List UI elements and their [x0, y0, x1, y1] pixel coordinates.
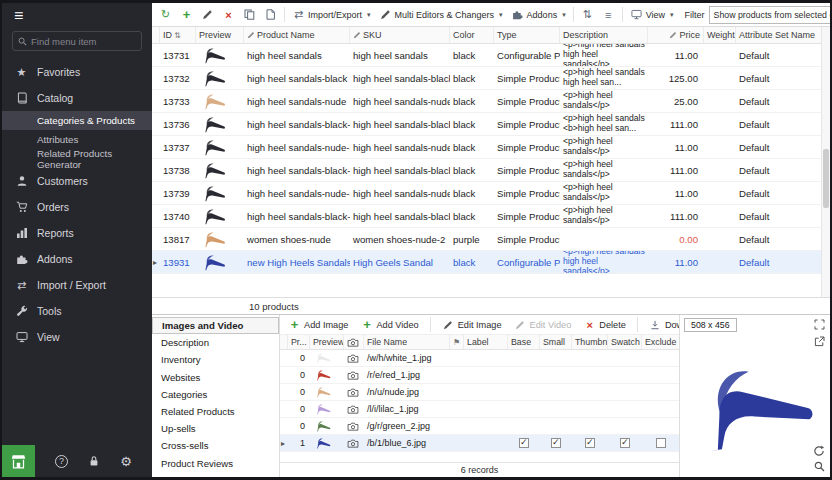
add-image-button[interactable]: +Add Image — [285, 316, 351, 334]
detail-tab[interactable]: Cross-sells — [152, 437, 279, 454]
thumbnail-checkbox[interactable] — [585, 421, 595, 431]
detail-tab[interactable]: Websites — [152, 369, 279, 386]
thumbnail-checkbox[interactable] — [585, 353, 595, 363]
product-row[interactable]: 13738 high heel sandals-black-37 high he… — [152, 159, 821, 182]
column-header-label[interactable]: Label — [464, 335, 508, 349]
column-header-base[interactable]: Base — [508, 335, 540, 349]
fullscreen-icon[interactable] — [814, 319, 825, 330]
delete-product-button[interactable]: × — [219, 6, 238, 24]
detail-tab[interactable]: Description — [152, 334, 279, 351]
detail-tab[interactable]: Images and Video — [152, 317, 279, 334]
product-row[interactable]: 13737 high heel sandals-nude-36 high hee… — [152, 136, 821, 159]
column-header-flag[interactable]: ⚑ — [450, 335, 464, 349]
column-header-product-name[interactable]: Product Name — [244, 27, 350, 43]
image-row[interactable]: 0 /r/e/red_1.jpg — [280, 367, 679, 384]
sidebar-item-reports[interactable]: Reports — [2, 220, 152, 246]
base-checkbox[interactable] — [519, 404, 529, 414]
exclude-checkbox[interactable] — [656, 438, 666, 448]
column-header-priority[interactable]: Pr... — [288, 335, 310, 349]
rotate-icon[interactable] — [813, 443, 825, 455]
menu-search-input[interactable] — [31, 36, 136, 47]
sidebar-item-tools[interactable]: Tools — [2, 298, 152, 324]
column-header-preview[interactable]: Preview — [310, 335, 344, 349]
thumbnail-checkbox[interactable] — [585, 404, 595, 414]
list-button[interactable]: ≡ — [599, 6, 618, 24]
multi-editors-dropdown[interactable]: Multi Editors & Changers — [376, 6, 506, 24]
thumbnail-checkbox[interactable] — [585, 387, 595, 397]
filter-select[interactable]: Show products from selected categories — [709, 6, 830, 24]
column-header-thumbnail[interactable]: Thumbna — [572, 335, 608, 349]
add-product-button[interactable]: + — [177, 6, 196, 24]
column-header-small[interactable]: Small — [540, 335, 572, 349]
detail-tab[interactable]: Related Products — [152, 403, 279, 420]
sidebar-subitem[interactable]: Related Products Generator — [2, 149, 152, 168]
edit-image-button[interactable]: Edit Image — [439, 316, 505, 334]
product-row[interactable]: 13732 high heel sandals-black high heel … — [152, 67, 821, 90]
sidebar-subitem[interactable]: Attributes — [2, 130, 152, 149]
base-checkbox[interactable] — [519, 353, 529, 363]
detail-tab[interactable]: Inventory — [152, 351, 279, 368]
sidebar-item-import-export[interactable]: ⇄Import / Export — [2, 272, 152, 298]
small-checkbox[interactable] — [551, 370, 561, 380]
view-dropdown[interactable]: View — [627, 6, 677, 24]
swatch-checkbox[interactable] — [620, 387, 630, 397]
detail-tab[interactable]: Product Reviews — [152, 455, 279, 472]
sidebar-item-orders[interactable]: Orders — [2, 194, 152, 220]
store-button[interactable] — [2, 445, 35, 477]
swatch-checkbox[interactable] — [620, 404, 630, 414]
image-row[interactable]: ▸ 1 /b/1/blue_6.jpg — [280, 435, 679, 452]
sidebar-item-addons[interactable]: Addons — [2, 246, 152, 272]
base-checkbox[interactable] — [519, 370, 529, 380]
column-header-exclude[interactable]: Exclude — [642, 335, 679, 349]
column-header-swatch[interactable]: Swatch — [608, 335, 642, 349]
gear-icon[interactable]: ⚙ — [120, 454, 132, 469]
delete-image-button[interactable]: ×Delete — [580, 316, 629, 334]
menu-toggle-button[interactable]: ≡ — [2, 3, 152, 29]
column-header-preview[interactable]: Preview — [196, 27, 244, 43]
import-export-dropdown[interactable]: ⇄Import/Export — [289, 6, 374, 24]
refresh-button[interactable]: ↻ — [156, 6, 175, 24]
detail-tab[interactable]: Up-sells — [152, 420, 279, 437]
image-row[interactable]: 0 /l/i/lilac_1.jpg — [280, 401, 679, 418]
product-row[interactable]: ▸ 13931 new High Heels Sandals High Geel… — [152, 251, 821, 274]
column-header-description[interactable]: Description — [560, 27, 648, 43]
copy-button[interactable] — [240, 6, 259, 24]
edit-product-button[interactable] — [198, 6, 217, 24]
swatch-checkbox[interactable] — [620, 353, 630, 363]
thumbnail-checkbox[interactable] — [585, 438, 595, 448]
exclude-checkbox[interactable] — [656, 387, 666, 397]
scrollbar-thumb[interactable] — [823, 149, 829, 208]
product-row[interactable]: 13817 women shoes-nude women shoes-nude-… — [152, 228, 821, 251]
small-checkbox[interactable] — [551, 438, 561, 448]
sidebar-item-favorites[interactable]: ★Favorites — [2, 59, 152, 85]
zoom-icon[interactable] — [814, 461, 825, 472]
small-checkbox[interactable] — [551, 353, 561, 363]
column-header-id[interactable]: ID⇅ — [160, 27, 196, 43]
product-row[interactable]: 13731 high heel sandals high heel sandal… — [152, 44, 821, 67]
base-checkbox[interactable] — [519, 387, 529, 397]
exclude-checkbox[interactable] — [656, 353, 666, 363]
thumbnail-checkbox[interactable] — [585, 370, 595, 380]
exclude-checkbox[interactable] — [656, 421, 666, 431]
vertical-scrollbar[interactable] — [821, 27, 830, 297]
small-checkbox[interactable] — [551, 404, 561, 414]
help-icon[interactable]: ? — [55, 455, 68, 468]
column-header-attribute-set[interactable]: Attribute Set Name — [736, 27, 821, 43]
sidebar-item-catalog[interactable]: Catalog — [2, 85, 152, 111]
download-image-button[interactable]: Download Image — [646, 316, 679, 334]
column-header-camera[interactable] — [344, 335, 364, 349]
sidebar-subitem[interactable]: Categories & Products — [2, 111, 152, 130]
exclude-checkbox[interactable] — [656, 404, 666, 414]
swatch-checkbox[interactable] — [620, 438, 630, 448]
base-checkbox[interactable] — [519, 421, 529, 431]
image-size-field[interactable]: 508 x 456 — [684, 318, 737, 332]
paste-button[interactable] — [261, 6, 280, 24]
swatch-checkbox[interactable] — [620, 421, 630, 431]
image-row[interactable]: 0 /g/r/green_2.jpg — [280, 418, 679, 435]
detail-tab[interactable]: Categories — [152, 386, 279, 403]
addons-dropdown[interactable]: Addons — [508, 6, 569, 24]
menu-search[interactable] — [12, 31, 142, 51]
column-header-type[interactable]: Type — [494, 27, 560, 43]
sidebar-item-view[interactable]: View — [2, 324, 152, 350]
base-checkbox[interactable] — [519, 438, 529, 448]
